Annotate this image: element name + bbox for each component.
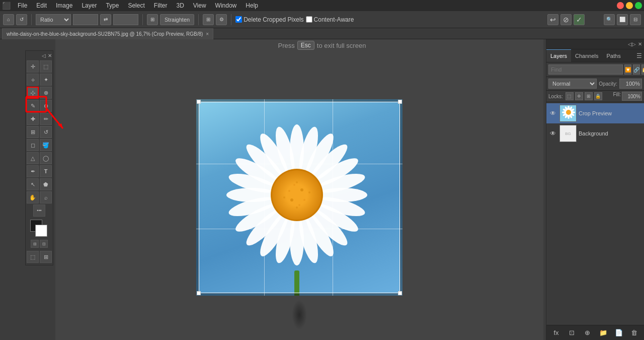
zoom-tool[interactable]: ⌕ [40, 191, 52, 203]
collapse-icon[interactable]: ◁ [42, 53, 46, 58]
document-tab[interactable]: white-daisy-on-the-blue-sky-background-S… [2, 28, 213, 39]
layer-name-1: Background [579, 130, 642, 137]
delete-cropped-checkbox[interactable] [235, 16, 242, 23]
quick-mask-icon[interactable]: ⊡ [40, 240, 48, 248]
layer-folder-icon[interactable]: 📁 [641, 64, 644, 75]
layer-link-icon[interactable]: 🔗 [633, 64, 640, 75]
zoom-icon[interactable]: ⬜ [617, 14, 628, 25]
layer-eye-icon-1[interactable]: 👁 [548, 129, 557, 138]
menu-help[interactable]: Help [242, 1, 262, 10]
measure-tool[interactable]: ⊕ [40, 100, 52, 112]
background-color[interactable] [35, 225, 47, 237]
locks-row: Locks: ⬚ ✛ ⊞ 🔒 Fill: [546, 91, 644, 102]
heal-tool[interactable]: ✚ [27, 113, 39, 125]
tab-close-button[interactable]: × [206, 31, 209, 37]
height-input[interactable] [113, 14, 138, 25]
window-maximize-icon[interactable] [635, 2, 642, 9]
artboard-tool[interactable]: ⊞ [40, 251, 52, 263]
window-minimize-icon[interactable] [626, 2, 633, 9]
more-tools[interactable]: ••• [33, 205, 45, 217]
lock-artboards-icon[interactable]: ⊞ [585, 92, 593, 100]
path-select-tool[interactable]: ↖ [27, 178, 39, 190]
content-aware-checkbox[interactable] [306, 16, 312, 23]
shape-tool[interactable]: ⬟ [40, 178, 52, 190]
menu-file[interactable]: File [14, 1, 31, 10]
menu-window[interactable]: Window [211, 1, 241, 10]
home-icon[interactable]: ⌂ [3, 14, 14, 25]
add-mask-button[interactable]: ⊡ [567, 328, 577, 338]
menu-type[interactable]: Type [102, 1, 123, 10]
lock-all-icon[interactable]: 🔒 [594, 92, 602, 100]
delete-layer-button[interactable]: 🗑 [629, 328, 639, 338]
history-brush-tool[interactable]: ↺ [40, 126, 52, 138]
type-tool[interactable]: T [40, 165, 52, 177]
brush-tool[interactable]: ✏ [40, 113, 52, 125]
layer-item-crop-preview[interactable]: 👁 [546, 103, 644, 123]
tab-layers[interactable]: Layers [546, 49, 571, 62]
new-layer-button[interactable]: 📄 [614, 328, 624, 338]
width-input[interactable] [73, 14, 98, 25]
close-toolbox-icon[interactable]: ✕ [48, 53, 52, 58]
pen-tool[interactable]: ✒ [27, 165, 39, 177]
new-group-button[interactable]: 📁 [598, 328, 608, 338]
add-style-button[interactable]: fx [551, 328, 561, 338]
tool-row-9: ✒ T [27, 165, 52, 177]
menu-edit[interactable]: Edit [32, 1, 51, 10]
menu-3d[interactable]: 3D [172, 1, 188, 10]
arrange-icon[interactable]: ⊟ [630, 14, 641, 25]
tab-paths[interactable]: Paths [603, 49, 625, 62]
options-toolbar: ⌂ ↺ Ratio ⇄ ⊞ Straighten ⊞ ⚙ Delete Crop… [0, 11, 644, 28]
canvas-area[interactable] [55, 39, 543, 340]
menu-view[interactable]: View [189, 1, 210, 10]
grid-icon[interactable]: ⊞ [203, 14, 214, 25]
menu-select[interactable]: Select [124, 1, 148, 10]
opacity-input[interactable]: 100% [619, 79, 642, 89]
layers-search-input[interactable] [548, 64, 623, 75]
tool-row-5: ✚ ✏ [27, 113, 52, 125]
layer-filter-icon[interactable]: 🔽 [624, 64, 631, 75]
layer-eye-icon-0[interactable]: 👁 [548, 109, 557, 118]
default-colors-icon[interactable]: ⊟ [31, 240, 39, 248]
move-tool[interactable]: ✛ [27, 60, 39, 73]
search-icon[interactable]: 🔍 [604, 14, 615, 25]
panel-search-bar: 🔽 🔗 📁 T ⚙ fx [546, 62, 644, 77]
panel-collapse-icon[interactable]: ◁▷ [628, 41, 636, 47]
eraser-tool[interactable]: ◻ [27, 139, 39, 151]
wand-tool[interactable]: ✦ [40, 74, 52, 86]
crop-tool[interactable]: ⊹ [27, 87, 39, 99]
ratio-select[interactable]: Ratio [36, 14, 71, 25]
lock-position-icon[interactable]: ✛ [575, 92, 583, 100]
slice-tool[interactable]: ⊗ [40, 87, 52, 99]
window-close-icon[interactable] [617, 2, 624, 9]
undo-icon[interactable]: ↩ [547, 14, 558, 25]
menu-filter[interactable]: Filter [150, 1, 172, 10]
straighten-icon[interactable]: ⊞ [147, 14, 158, 25]
hand-tool[interactable]: ✋ [27, 191, 39, 203]
panel-close-icon[interactable]: ✕ [638, 41, 642, 47]
panel-menu-icon[interactable]: ☰ [636, 52, 642, 59]
menu-image[interactable]: Image [52, 1, 76, 10]
straighten-button[interactable]: Straighten [160, 14, 194, 25]
fill-tool[interactable]: 🪣 [40, 139, 52, 151]
new-adjustment-button[interactable]: ⊕ [583, 328, 593, 338]
blur-tool[interactable]: △ [27, 152, 39, 164]
fill-input[interactable] [622, 92, 642, 101]
cancel-icon[interactable]: ⊘ [560, 14, 572, 25]
frame-tool[interactable]: ⬚ [27, 251, 39, 263]
stamp-tool[interactable]: ⊞ [27, 126, 39, 138]
tab-channels[interactable]: Channels [571, 49, 602, 62]
lock-pixels-icon[interactable]: ⬚ [566, 92, 574, 100]
dodge-tool[interactable]: ◯ [40, 152, 52, 164]
eyedropper-tool[interactable]: ✎ [27, 100, 39, 112]
history-icon[interactable]: ↺ [16, 14, 27, 25]
marquee-tool[interactable]: ⬚ [40, 60, 52, 73]
tool-row-8: △ ◯ [27, 152, 52, 164]
commit-icon[interactable]: ✓ [574, 14, 585, 25]
svg-point-31 [298, 204, 300, 206]
swap-icon[interactable]: ⇄ [100, 14, 111, 25]
layer-item-background[interactable]: 👁 BG Background [546, 123, 644, 144]
settings-icon[interactable]: ⚙ [216, 14, 227, 25]
blend-mode-select[interactable]: Normal [548, 79, 597, 89]
lasso-tool[interactable]: ⟡ [27, 74, 39, 86]
menu-layer[interactable]: Layer [77, 1, 101, 10]
